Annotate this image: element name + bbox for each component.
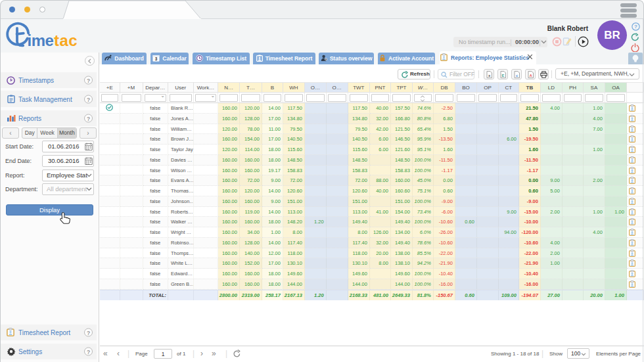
svg-text:3: 3 bbox=[155, 57, 158, 61]
svg-text:?: ? bbox=[634, 24, 637, 30]
svg-text:E: E bbox=[502, 74, 505, 78]
svg-text:A: A bbox=[530, 74, 532, 78]
svg-text:tac: tac bbox=[54, 32, 78, 49]
svg-text:ime: ime bbox=[28, 32, 54, 49]
